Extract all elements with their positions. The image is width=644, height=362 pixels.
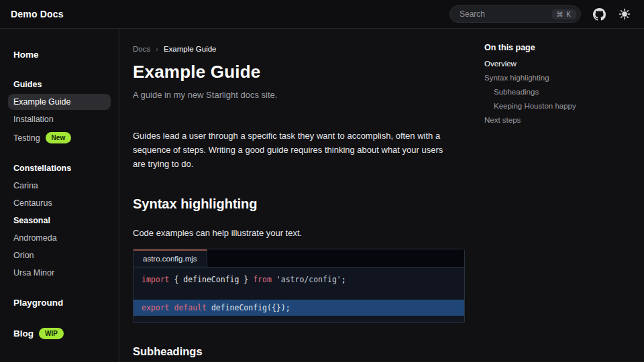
sidebar-item-orion[interactable]: Orion [8, 247, 111, 263]
code-body[interactable]: import { defineConfig } from 'astro/conf… [133, 267, 464, 322]
toc-heading: On this page [484, 43, 639, 52]
sidebar-items: HomeGuidesExample GuideInstallationTesti… [8, 46, 111, 343]
site-title[interactable]: Demo Docs [11, 9, 64, 19]
code-line: import { defineConfig } from 'astro/conf… [133, 274, 464, 286]
code-tab-filename[interactable]: astro.config.mjs [133, 249, 207, 267]
sidebar-item-label: Orion [13, 251, 34, 260]
status-badge: WIP [39, 328, 64, 339]
sidebar-item-label: Guides [13, 80, 42, 89]
header-actions: Search ⌘ K [449, 5, 632, 23]
code-token: import [142, 275, 170, 284]
code-token: ; [341, 275, 346, 284]
sidebar-item-blog[interactable]: BlogWIP [8, 324, 111, 343]
sidebar-item-example-guide[interactable]: Example Guide [8, 94, 111, 110]
status-badge: New [46, 132, 72, 143]
section-heading-syntax-highlighting: Syntax highlighting [133, 196, 476, 212]
sidebar-item-label: Ursa Minor [13, 268, 54, 278]
sidebar-item-label: Seasonal [13, 216, 50, 225]
sidebar-item-guides: Guides [8, 76, 111, 93]
breadcrumb-current: Example Guide [164, 45, 217, 53]
sidebar-item-label: Centaurus [13, 198, 52, 208]
sidebar-item-seasonal[interactable]: Seasonal [8, 213, 111, 229]
sidebar-item-centaurus[interactable]: Centaurus [8, 195, 111, 211]
search-placeholder: Search [460, 9, 547, 19]
code-token: defineConfig({}); [211, 303, 290, 312]
section-intro: Code examples can help illustrate your t… [133, 228, 476, 238]
sidebar-item-label: Example Guide [13, 97, 70, 107]
toc-link-next-steps[interactable]: Next steps [484, 113, 639, 127]
theme-toggle-sun-icon[interactable] [617, 7, 632, 21]
sidebar-item-label: Andromeda [13, 233, 57, 243]
search-shortcut-kbd: ⌘ K [552, 9, 576, 19]
sidebar-item-ursa-minor[interactable]: Ursa Minor [8, 265, 111, 281]
sidebar-item-andromeda[interactable]: Andromeda [8, 230, 111, 246]
breadcrumb: Docs › Example Guide [133, 45, 476, 53]
intro-paragraph: Guides lead a user through a specific ta… [133, 129, 455, 171]
toc-link-subheadings[interactable]: Subheadings [484, 84, 639, 99]
table-of-contents: On this page OverviewSyntax highlighting… [484, 43, 639, 127]
breadcrumb-docs-link[interactable]: Docs [133, 45, 150, 53]
sidebar-item-label: Playground [13, 298, 63, 308]
toc-link-keeping-houston-happy[interactable]: Keeping Houston happy [484, 99, 639, 113]
sidebar-item-testing[interactable]: TestingNew [8, 129, 111, 147]
sidebar-item-installation[interactable]: Installation [8, 111, 111, 127]
sidebar-item-constellations: Constellations [8, 160, 111, 176]
page-title: Example Guide [133, 62, 476, 82]
code-token: default [174, 303, 206, 312]
top-header: Demo Docs Search ⌘ K [0, 0, 644, 29]
code-token [207, 303, 211, 312]
sidebar-item-home[interactable]: Home [8, 46, 111, 63]
code-token [272, 275, 276, 284]
page-lede: A guide in my new Starlight docs site. [133, 90, 476, 100]
sidebar-item-label: Home [13, 50, 39, 60]
toc-link-syntax-highlighting[interactable]: Syntax highlighting [484, 70, 639, 84]
code-tab-bar: astro.config.mjs [133, 249, 464, 267]
code-token: { defineConfig } [170, 275, 254, 284]
sidebar-item-label: Constellations [13, 164, 71, 173]
main-content: Docs › Example Guide Example Guide A gui… [120, 29, 476, 362]
code-block: astro.config.mjs import { defineConfig }… [133, 249, 465, 323]
toc-list: OverviewSyntax highlightingSubheadingsKe… [484, 56, 639, 127]
toc-link-overview[interactable]: Overview [484, 56, 639, 70]
code-line [133, 286, 464, 298]
sidebar-item-playground[interactable]: Playground [8, 294, 111, 311]
sidebar-item-label: Blog [13, 328, 34, 339]
code-token: export [142, 303, 170, 312]
sidebar-item-label: Testing [13, 133, 40, 143]
sidebar-item-carina[interactable]: Carina [8, 178, 111, 194]
code-line-highlighted: export default defineConfig({}); [133, 300, 464, 316]
sidebar-nav: HomeGuidesExample GuideInstallationTesti… [0, 29, 119, 362]
github-icon[interactable] [592, 7, 606, 21]
subheading-title: Subheadings [133, 345, 476, 358]
sidebar-item-label: Installation [13, 115, 54, 124]
code-token: from [253, 275, 272, 284]
breadcrumb-separator-icon: › [156, 45, 158, 53]
code-token: 'astro/config' [276, 275, 341, 284]
search-input[interactable]: Search ⌘ K [449, 5, 581, 23]
sidebar-item-label: Carina [13, 181, 38, 190]
